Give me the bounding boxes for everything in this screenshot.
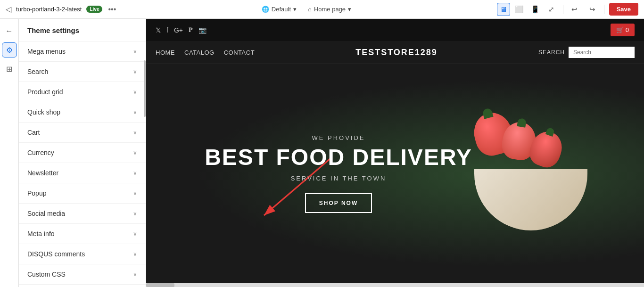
product-grid-label: Product grid <box>27 88 63 96</box>
newsletter-label: Newsletter <box>27 169 58 177</box>
store-social-bar: 𝕏 f G+ 𝐏 📷 🛒 0 <box>146 19 644 41</box>
chevron-icon: ∨ <box>133 149 137 156</box>
scrollbar-thumb[interactable] <box>146 283 174 287</box>
chevron-icon: ∨ <box>133 210 137 217</box>
pinterest-icon[interactable]: 𝐏 <box>189 26 193 34</box>
nav-contact[interactable]: CONTACT <box>224 49 255 56</box>
instagram-icon[interactable]: 📷 <box>198 26 206 34</box>
nav-links: HOME CATALOG CONTACT <box>156 49 255 56</box>
canvas-area: 𝕏 f G+ 𝐏 📷 🛒 0 HOME CATALOG CONTACT <box>146 19 644 287</box>
store-preview: 𝕏 f G+ 𝐏 📷 🛒 0 HOME CATALOG CONTACT <box>146 19 644 283</box>
hero-section: WE PROVIDE BEST FOOD DELIVERY SERVICE IN… <box>146 64 644 283</box>
sidebar-icon-rail: ← ⚙ ⊞ <box>0 19 19 287</box>
facebook-icon[interactable]: f <box>166 26 168 34</box>
settings-rail-icon[interactable]: ⚙ <box>2 42 17 57</box>
twitter-icon[interactable]: 𝕏 <box>156 26 161 34</box>
sidebar-item-newsletter[interactable]: Newsletter ∨ <box>19 163 146 183</box>
sidebar-scroll-area: Mega menus ∨ Search ∨ Product grid ∨ Qui… <box>19 41 146 287</box>
tablet-view-button[interactable]: ⬜ <box>513 3 526 16</box>
globe-icon: 🌐 <box>262 6 269 13</box>
hero-title: BEST FOOD DELIVERY <box>205 145 472 170</box>
popup-label: Popup <box>27 189 46 197</box>
googleplus-icon[interactable]: G+ <box>174 26 183 34</box>
topbar: ◁ turbo-portland-3-2-latest Live ••• 🌐 D… <box>0 0 644 19</box>
sidebar-title: Theme settings <box>19 19 146 41</box>
home-icon: ⌂ <box>308 6 312 13</box>
environment-label: Default <box>272 6 291 13</box>
chevron-icon: ∨ <box>133 190 137 197</box>
chevron-icon: ∨ <box>133 129 137 136</box>
back-rail-icon[interactable]: ← <box>2 24 17 39</box>
sidebar-item-meta-info[interactable]: Meta info ∨ <box>19 224 146 244</box>
mega-menus-label: Mega menus <box>27 48 66 55</box>
search-label: Search <box>27 68 48 75</box>
nav-catalog[interactable]: CATALOG <box>184 49 215 56</box>
chevron-icon: ∨ <box>133 89 137 95</box>
scrollbar-thumb[interactable] <box>144 60 146 117</box>
sidebar-item-custom-css[interactable]: Custom CSS ∨ <box>19 264 146 285</box>
store-search-area: SEARCH <box>538 47 635 58</box>
chevron-icon: ∨ <box>133 68 137 75</box>
back-navigation-icon[interactable]: ◁ <box>6 5 11 14</box>
divider2 <box>604 5 604 14</box>
settings-sidebar: Theme settings Mega menus ∨ Search ∨ Pro… <box>19 19 146 287</box>
main-layout: ← ⚙ ⊞ Theme settings Mega menus ∨ Search… <box>0 19 644 287</box>
bowl-visual <box>474 169 587 230</box>
chevron-icon: ∨ <box>133 251 137 257</box>
environment-selector[interactable]: 🌐 Default ▾ <box>262 6 297 13</box>
nav-home[interactable]: HOME <box>156 49 175 56</box>
social-media-label: Social media <box>27 210 65 217</box>
sidebar-item-disqus[interactable]: DISQUS comments ∨ <box>19 244 146 264</box>
sidebar-item-mega-menus[interactable]: Mega menus ∨ <box>19 41 146 62</box>
page-chevron-icon: ▾ <box>348 6 351 13</box>
disqus-label: DISQUS comments <box>27 250 85 258</box>
cart-button[interactable]: 🛒 0 <box>611 24 635 36</box>
page-label: Home page <box>314 6 346 13</box>
store-search-input[interactable] <box>569 47 635 58</box>
store-navbar: HOME CATALOG CONTACT TESTSTORE1289 SEARC… <box>146 41 644 64</box>
search-label: SEARCH <box>538 49 565 56</box>
sidebar-item-product-grid[interactable]: Product grid ∨ <box>19 82 146 102</box>
hero-subtitle: WE PROVIDE <box>205 134 472 141</box>
currency-label: Currency <box>27 149 54 156</box>
store-brand: TESTSTORE1289 <box>355 48 438 57</box>
page-selector[interactable]: ⌂ Home page ▾ <box>308 6 351 13</box>
hero-tagline: SERVICE IN THE TOWN <box>205 175 472 182</box>
desktop-view-button[interactable]: 🖥 <box>497 3 510 16</box>
sidebar-item-quick-shop[interactable]: Quick shop ∨ <box>19 102 146 123</box>
device-toolbar: 🖥 ⬜ 📱 ⤢ <box>497 3 558 16</box>
save-button[interactable]: Save <box>609 3 638 16</box>
meta-info-label: Meta info <box>27 230 55 238</box>
store-frame: 𝕏 f G+ 𝐏 📷 🛒 0 HOME CATALOG CONTACT <box>146 19 644 283</box>
sidebar-item-currency[interactable]: Currency ∨ <box>19 143 146 163</box>
hero-content: WE PROVIDE BEST FOOD DELIVERY SERVICE IN… <box>205 134 472 213</box>
chevron-icon: ∨ <box>133 271 137 278</box>
divider <box>563 5 563 14</box>
hero-food-image <box>465 108 597 240</box>
live-badge: Live <box>86 6 102 13</box>
cart-label: Cart <box>27 129 40 136</box>
custom-css-label: Custom CSS <box>27 271 66 278</box>
more-options-button[interactable]: ••• <box>108 5 116 14</box>
mobile-view-button[interactable]: 📱 <box>529 3 542 16</box>
env-chevron-icon: ▾ <box>293 6 297 13</box>
sections-rail-icon[interactable]: ⊞ <box>2 61 17 76</box>
fullscreen-view-button[interactable]: ⤢ <box>545 3 558 16</box>
redo-button[interactable]: ↪ <box>586 3 599 16</box>
sidebar-item-popup[interactable]: Popup ∨ <box>19 183 146 204</box>
canvas-horizontal-scrollbar[interactable] <box>146 283 644 287</box>
quick-shop-label: Quick shop <box>27 108 60 116</box>
undo-button[interactable]: ↩ <box>568 3 581 16</box>
sidebar-item-cart[interactable]: Cart ∨ <box>19 123 146 143</box>
shop-now-button[interactable]: SHOP NOW <box>305 193 372 213</box>
chevron-icon: ∨ <box>133 109 137 115</box>
chevron-icon: ∨ <box>133 230 137 237</box>
sidebar-item-social-media[interactable]: Social media ∨ <box>19 204 146 224</box>
chevron-icon: ∨ <box>133 170 137 176</box>
chevron-icon: ∨ <box>133 48 137 55</box>
cart-area: 🛒 0 <box>611 24 635 36</box>
store-name-label: turbo-portland-3-2-latest <box>16 6 82 13</box>
sidebar-item-search[interactable]: Search ∨ <box>19 62 146 82</box>
